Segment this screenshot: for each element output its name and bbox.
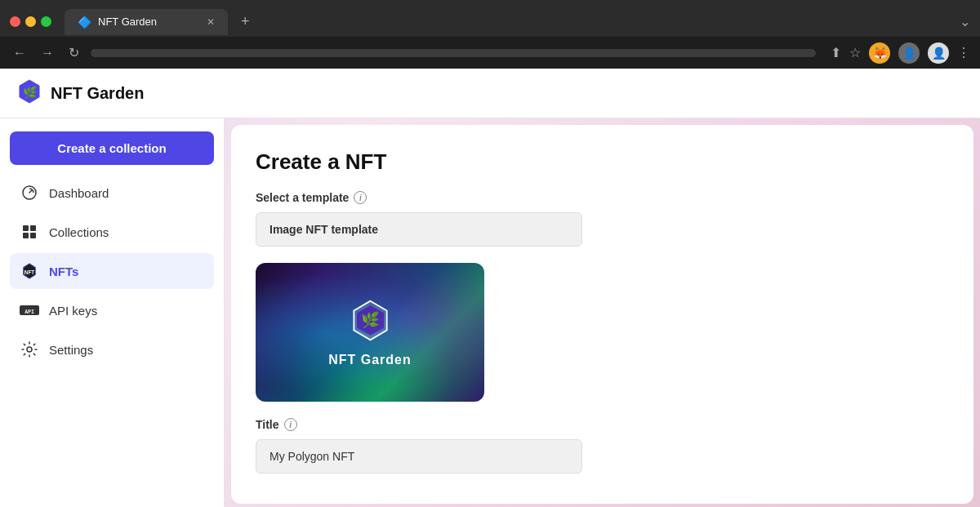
svg-rect-4 xyxy=(30,225,36,231)
sidebar-item-api-keys-label: API keys xyxy=(49,304,97,318)
app-logo: 🌿 xyxy=(16,78,42,108)
sidebar-item-dashboard[interactable]: Dashboard xyxy=(10,175,214,211)
new-tab-button[interactable]: + xyxy=(234,7,256,37)
sidebar-item-collections[interactable]: Collections xyxy=(10,214,214,250)
title-info-icon[interactable]: i xyxy=(284,418,297,431)
template-section-label: Select a template i xyxy=(256,191,949,204)
nft-icon: NFT xyxy=(20,261,39,281)
nft-preview-bg: 🌿 NFT Garden xyxy=(256,263,484,402)
svg-text:🌿: 🌿 xyxy=(361,311,380,329)
minimize-button[interactable] xyxy=(25,16,36,27)
title-input[interactable]: My Polygon NFT xyxy=(256,439,582,474)
metamask-icon[interactable]: 🦊 xyxy=(869,42,890,64)
sidebar: Create a collection Dashboard xyxy=(0,118,225,507)
app-header: 🌿 NFT Garden xyxy=(0,69,980,118)
sidebar-item-nfts[interactable]: NFT NFTs xyxy=(10,253,214,289)
nft-preview-title: NFT Garden xyxy=(328,353,412,367)
account-icon[interactable]: 👤 xyxy=(928,42,949,64)
nft-preview-logo: 🌿 xyxy=(348,298,393,346)
svg-point-11 xyxy=(27,347,32,352)
back-button[interactable]: ← xyxy=(10,42,29,64)
window-controls xyxy=(10,16,51,27)
title-section-label: Title i xyxy=(256,418,949,431)
share-icon[interactable]: ⬆ xyxy=(831,45,841,60)
address-bar[interactable] xyxy=(91,49,816,57)
more-options-icon[interactable]: ⋮ xyxy=(957,45,970,60)
sidebar-item-settings[interactable]: Settings xyxy=(10,331,214,367)
template-info-icon[interactable]: i xyxy=(354,191,367,204)
create-collection-button[interactable]: Create a collection xyxy=(10,131,214,165)
forward-button[interactable]: → xyxy=(38,42,57,64)
page-title: Create a NFT xyxy=(256,149,949,175)
sidebar-item-settings-label: Settings xyxy=(49,343,93,357)
template-select[interactable]: Image NFT template xyxy=(256,212,582,247)
active-tab[interactable]: 🔷 NFT Garden ✕ xyxy=(65,9,228,35)
sidebar-item-nfts-label: NFTs xyxy=(49,265,78,278)
svg-text:🌿: 🌿 xyxy=(23,86,38,100)
svg-rect-3 xyxy=(23,225,29,231)
tab-bar: 🔷 NFT Garden ✕ + ⌄ xyxy=(0,0,980,37)
title-section: Title i My Polygon NFT xyxy=(256,418,949,474)
sidebar-item-api-keys[interactable]: API API keys xyxy=(10,292,214,328)
nft-preview: 🌿 NFT Garden xyxy=(256,263,484,402)
app-title: NFT Garden xyxy=(51,84,144,103)
sidebar-item-dashboard-label: Dashboard xyxy=(49,186,109,200)
address-bar-row: ← → ↻ ⬆ ☆ 🦊 👤 👤 ⋮ xyxy=(0,37,980,69)
maximize-button[interactable] xyxy=(41,16,51,27)
profile-icon-2[interactable]: 👤 xyxy=(898,42,920,64)
svg-rect-6 xyxy=(30,233,36,238)
svg-text:NFT: NFT xyxy=(24,269,35,275)
collections-icon xyxy=(20,222,39,242)
app-container: 🌿 NFT Garden Create a collection Dashboa… xyxy=(0,69,980,507)
svg-text:API: API xyxy=(24,309,34,315)
app-body: Create a collection Dashboard xyxy=(0,118,980,507)
tab-close-icon[interactable]: ✕ xyxy=(207,16,215,28)
tab-favicon: 🔷 xyxy=(78,16,91,29)
sidebar-item-collections-label: Collections xyxy=(49,225,109,239)
bookmark-icon[interactable]: ☆ xyxy=(849,45,861,60)
refresh-button[interactable]: ↻ xyxy=(65,42,82,64)
api-icon: API xyxy=(20,300,39,320)
dashboard-icon xyxy=(20,183,39,202)
tab-title: NFT Garden xyxy=(98,16,157,28)
browser-chrome: 🔷 NFT Garden ✕ + ⌄ ← → ↻ ⬆ ☆ 🦊 👤 👤 ⋮ xyxy=(0,0,980,69)
svg-rect-5 xyxy=(23,233,29,238)
settings-icon xyxy=(20,340,39,359)
main-content: Create a NFT Select a template i Image N… xyxy=(231,125,973,504)
tab-dropdown-icon[interactable]: ⌄ xyxy=(960,14,970,29)
browser-actions: ⬆ ☆ 🦊 👤 👤 ⋮ xyxy=(831,42,970,64)
close-button[interactable] xyxy=(10,16,20,27)
